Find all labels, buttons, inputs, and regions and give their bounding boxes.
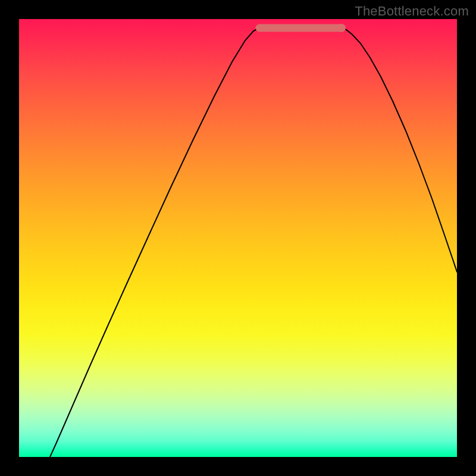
plot-area	[19, 19, 457, 457]
right-curve	[342, 28, 457, 272]
trough-dot	[337, 24, 346, 32]
left-curve	[50, 28, 259, 457]
watermark-text: TheBottleneck.com	[355, 4, 469, 19]
chart-container: TheBottleneck.com	[0, 0, 476, 476]
curve-overlay	[19, 19, 457, 457]
